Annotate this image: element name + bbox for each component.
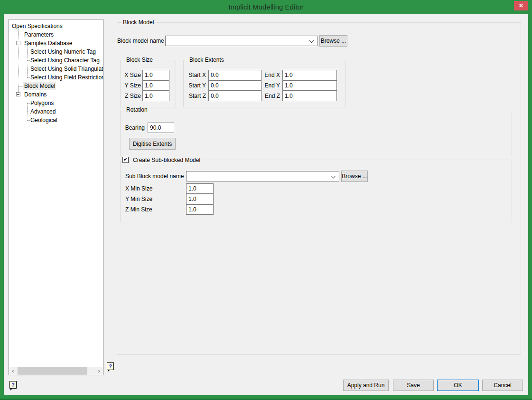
dialog-help-icon[interactable]: ?	[9, 381, 17, 389]
block-extents-group-title: Block Extents	[187, 57, 226, 63]
tree-item-block-model[interactable]: Block Model	[9, 82, 103, 90]
digitise-extents-button[interactable]: Digitise Extents	[129, 138, 176, 150]
tree-item-open-specifications[interactable]: Open Specifications	[9, 22, 103, 30]
tree-connector	[27, 103, 30, 104]
block-size-group: Block Size X Size Y Size Z Size	[120, 60, 176, 107]
chevron-down-icon	[309, 38, 314, 43]
block-model-group: Block Model Block model name Browse ... …	[117, 22, 521, 355]
chevron-down-icon	[331, 174, 336, 179]
z-size-input[interactable]	[142, 91, 169, 101]
tree-connector	[18, 86, 23, 86]
tree-connector	[21, 95, 23, 95]
ok-button[interactable]: OK	[437, 380, 479, 391]
tree-connector	[27, 69, 30, 69]
start-y-input[interactable]	[208, 80, 261, 91]
tree-connector	[27, 60, 30, 61]
y-size-input[interactable]	[142, 80, 169, 91]
create-sub-blocked-checkbox[interactable]: ✔	[122, 157, 129, 163]
bearing-input[interactable]	[148, 123, 174, 133]
tree-item-select-using-character-tag[interactable]: Select Using Character Tag	[9, 56, 103, 65]
scrollbar-thumb[interactable]	[18, 367, 87, 375]
tree-connector	[27, 120, 30, 121]
collapse-expander-icon[interactable]	[16, 41, 20, 45]
close-button[interactable]: ✕	[514, 1, 528, 10]
block-model-name-label: Block model name	[117, 36, 163, 46]
y-min-size-label: Y Min Size	[125, 194, 185, 204]
specifications-tree: Open Specifications Parameters Samples D…	[9, 19, 103, 375]
tree-item-select-using-field-restrictions[interactable]: Select Using Field Restrictions	[9, 73, 103, 82]
block-model-browse-button[interactable]: Browse ...	[319, 35, 347, 47]
start-y-label: Start Y	[185, 80, 206, 91]
sub-blocked-model-group: ✔ Create Sub-blocked Model Sub Block mod…	[120, 160, 512, 222]
tree-connector	[27, 77, 30, 78]
x-min-size-input[interactable]	[186, 183, 214, 194]
titlebar[interactable]: Implicit Modelling Editor ✕	[0, 0, 532, 14]
x-min-size-label: X Min Size	[125, 183, 185, 194]
start-z-input[interactable]	[208, 91, 261, 101]
z-min-size-input[interactable]	[186, 204, 214, 215]
save-button[interactable]: Save	[393, 380, 434, 391]
tree-connector	[21, 43, 23, 44]
sub-block-model-name-label: Sub Block model name	[125, 171, 185, 181]
start-x-label: Start X	[185, 70, 206, 80]
end-z-label: End Z	[259, 91, 280, 101]
block-size-group-title: Block Size	[124, 57, 155, 63]
tree-connector	[27, 52, 30, 52]
block-model-name-combobox[interactable]	[165, 36, 317, 46]
tree-item-polygons[interactable]: Polygons	[9, 99, 103, 107]
scroll-right-arrow[interactable]: ›	[95, 367, 103, 375]
apply-and-run-button[interactable]: Apply and Run	[343, 380, 389, 391]
tree-connector	[18, 35, 23, 35]
collapse-expander-icon[interactable]	[16, 92, 20, 96]
z-size-label: Z Size	[121, 91, 141, 101]
sub-block-model-name-combobox[interactable]	[186, 171, 339, 181]
tree-help-icon[interactable]: ?	[107, 362, 114, 370]
sub-blocked-model-header: ✔ Create Sub-blocked Model	[122, 156, 204, 164]
rotation-group: Rotation Bearing Digitise Extents	[120, 110, 512, 157]
tree-item-select-using-numeric-tag[interactable]: Select Using Numeric Tag	[9, 48, 103, 56]
end-z-input[interactable]	[282, 91, 337, 101]
tree-horizontal-scrollbar[interactable]: ‹ ›	[9, 367, 103, 375]
tree-item-select-using-solid-triangulations[interactable]: Select Using Solid Triangulations	[9, 65, 103, 73]
rotation-group-title: Rotation	[124, 106, 149, 113]
sub-blocked-model-group-title: Create Sub-blocked Model	[133, 156, 200, 164]
close-icon: ✕	[519, 2, 523, 9]
block-model-group-title: Block Model	[121, 19, 156, 26]
start-x-input[interactable]	[208, 70, 261, 80]
implicit-modelling-editor-window: Implicit Modelling Editor ✕ Open Specifi…	[0, 0, 532, 400]
end-x-input[interactable]	[282, 70, 337, 80]
window-title: Implicit Modelling Editor	[0, 3, 532, 11]
tree-connector	[27, 112, 30, 112]
tree-item-geological[interactable]: Geological	[9, 116, 103, 124]
z-min-size-label: Z Min Size	[125, 204, 185, 215]
tree-item-parameters[interactable]: Parameters	[9, 30, 103, 39]
tree-item-advanced[interactable]: Advanced	[9, 107, 103, 116]
start-z-label: Start Z	[185, 91, 206, 101]
scroll-left-arrow[interactable]: ‹	[9, 367, 17, 375]
block-extents-group: Block Extents Start X End X Start Y End …	[183, 60, 346, 107]
end-y-input[interactable]	[282, 80, 337, 91]
x-size-input[interactable]	[142, 70, 169, 80]
bearing-label: Bearing	[121, 123, 145, 133]
y-min-size-input[interactable]	[186, 194, 214, 204]
x-size-label: X Size	[121, 70, 141, 80]
cancel-button[interactable]: Cancel	[482, 380, 523, 391]
end-x-label: End X	[259, 70, 280, 80]
sub-block-browse-button[interactable]: Browse ...	[341, 171, 368, 182]
checkmark-icon: ✔	[123, 156, 128, 162]
tree-item-samples-database[interactable]: Samples Database	[9, 39, 103, 48]
end-y-label: End Y	[259, 80, 280, 91]
dialog-content: Open Specifications Parameters Samples D…	[4, 14, 528, 395]
tree-item-domains[interactable]: Domains	[9, 90, 103, 99]
y-size-label: Y Size	[121, 80, 141, 91]
